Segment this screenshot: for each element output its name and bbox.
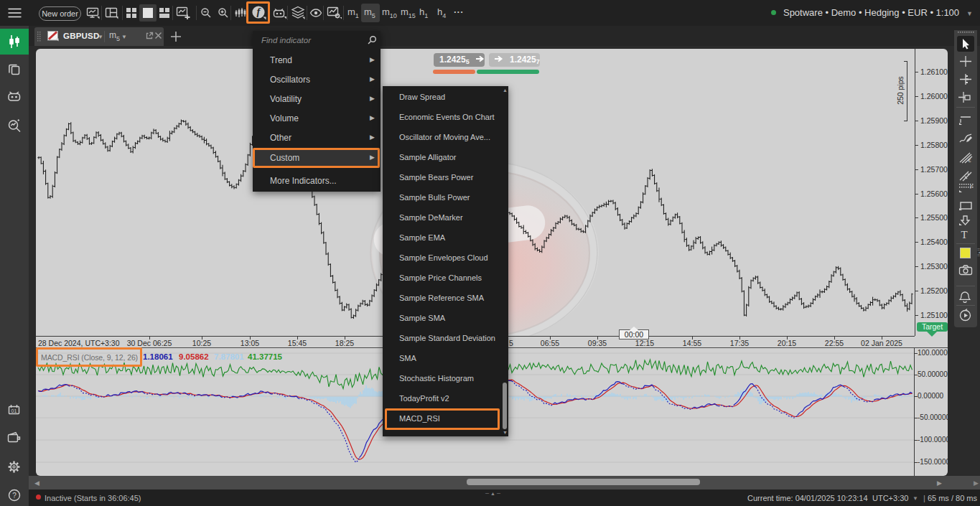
svg-text:T: T: [961, 229, 967, 240]
svg-text:F: F: [970, 184, 973, 189]
